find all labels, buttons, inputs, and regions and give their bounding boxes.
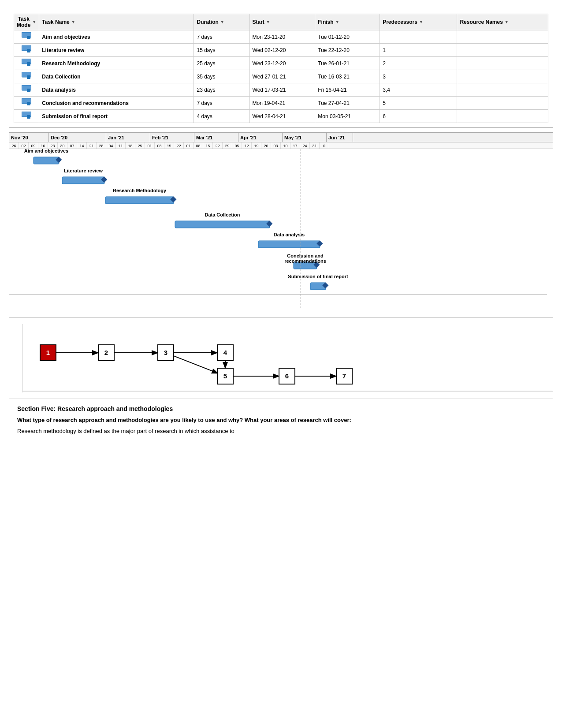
sort-arrow-duration[interactable]: ▼	[220, 20, 224, 24]
predecessors-cell: 1	[380, 44, 457, 57]
svg-rect-3	[27, 49, 30, 52]
timeline-month: Jun '21	[327, 133, 353, 142]
svg-rect-14	[33, 157, 59, 164]
timeline-date: 26	[261, 142, 271, 149]
col-label-duration: Duration	[197, 19, 218, 25]
svg-rect-1	[27, 36, 30, 39]
timeline-date: 29	[223, 142, 232, 149]
col-label-task-name: Task Name	[42, 19, 69, 25]
table-row: Aim and objectives 7 days Mon 23-11-20 T…	[14, 30, 548, 44]
timeline-date: 02	[19, 142, 29, 149]
predecessors-cell: 3	[380, 70, 457, 83]
network-diagram: 1234567	[9, 317, 553, 399]
gantt-svg: Aim and objectivesLiterature reviewResea…	[9, 149, 547, 308]
timeline-date: 15	[203, 142, 213, 149]
start-cell: Mon 23-11-20	[249, 30, 315, 44]
task-mode-icon-cell	[14, 83, 39, 97]
finish-cell: Tue 27-04-21	[315, 97, 380, 110]
timeline-month: May '21	[283, 133, 327, 142]
svg-text:6: 6	[285, 372, 289, 380]
timeline-date: 01	[145, 142, 155, 149]
svg-text:Research Methodology: Research Methodology	[113, 188, 167, 193]
timeline-date: 0	[320, 142, 329, 149]
resource-names-cell	[457, 70, 548, 83]
timeline-date: 25	[135, 142, 145, 149]
svg-text:Data Collection: Data Collection	[205, 212, 240, 217]
duration-cell: 23 days	[194, 83, 249, 97]
timeline-date: 15	[164, 142, 174, 149]
col-label-resource-names: Resource Names	[460, 19, 502, 25]
predecessors-cell: 3,4	[380, 83, 457, 97]
timeline-month: Feb '21	[150, 133, 194, 142]
duration-cell: 15 days	[194, 44, 249, 57]
timeline-date: 01	[184, 142, 194, 149]
svg-rect-5	[27, 62, 30, 66]
timeline-date: 31	[310, 142, 320, 149]
network-node: 2	[98, 345, 114, 361]
col-header-start[interactable]: Start ▼	[249, 14, 315, 30]
resource-names-cell	[457, 30, 548, 44]
col-header-task-mode[interactable]: TaskMode ▼	[14, 14, 39, 30]
duration-cell: 7 days	[194, 30, 249, 44]
start-cell: Wed 17-03-21	[249, 83, 315, 97]
col-header-duration[interactable]: Duration ▼	[194, 14, 249, 30]
network-node: 7	[336, 368, 352, 384]
svg-rect-11	[27, 102, 30, 105]
col-label-predecessors: Predecessors	[383, 19, 417, 25]
task-mode-icon-cell	[14, 30, 39, 44]
svg-text:1: 1	[46, 349, 50, 356]
timeline-date: 08	[194, 142, 203, 149]
finish-cell: Mon 03-05-21	[315, 110, 380, 123]
task-mode-icon-cell	[14, 110, 39, 123]
timeline-date: 24	[300, 142, 310, 149]
start-cell: Mon 19-04-21	[249, 97, 315, 110]
col-header-task-name[interactable]: Task Name ▼	[39, 14, 194, 30]
svg-text:Submission of final report: Submission of final report	[288, 274, 348, 279]
sort-arrow-task-name[interactable]: ▼	[71, 20, 75, 24]
start-cell: Wed 02-12-20	[249, 44, 315, 57]
network-node: 5	[217, 368, 233, 384]
sort-arrow-resource-names[interactable]: ▼	[505, 20, 509, 24]
task-name-cell: Submission of final report	[39, 110, 194, 123]
timeline-date: 30	[58, 142, 67, 149]
col-label-finish: Finish	[318, 19, 333, 25]
table-row: Conclusion and recommendations 7 days Mo…	[14, 97, 548, 110]
timeline-month: Mar '21	[194, 133, 238, 142]
svg-text:4: 4	[223, 349, 227, 356]
start-cell: Wed 28-04-21	[249, 110, 315, 123]
col-header-resource-names[interactable]: Resource Names ▼	[457, 14, 548, 30]
network-node: 4	[217, 345, 233, 361]
timeline-month: Dec '20	[49, 133, 106, 142]
table-row: Submission of final report 4 days Wed 28…	[14, 110, 548, 123]
timeline-date: 09	[29, 142, 38, 149]
svg-line-45	[173, 356, 218, 373]
task-mode-icon-cell	[14, 44, 39, 57]
sort-arrow-finish[interactable]: ▼	[335, 20, 339, 24]
svg-rect-17	[62, 177, 104, 184]
timeline-date: 23	[48, 142, 58, 149]
sort-arrow-task-mode[interactable]: ▼	[32, 20, 36, 24]
finish-cell: Tue 01-12-20	[315, 30, 380, 44]
finish-cell: Fri 16-04-21	[315, 83, 380, 97]
sort-arrow-predecessors[interactable]: ▼	[419, 20, 423, 24]
resource-names-cell	[457, 83, 548, 97]
predecessors-cell: 6	[380, 110, 457, 123]
svg-text:2: 2	[104, 349, 108, 356]
timeline-date: 12	[242, 142, 252, 149]
svg-text:Conclusion and: Conclusion and	[287, 253, 324, 258]
timeline-date: 19	[252, 142, 261, 149]
col-header-finish[interactable]: Finish ▼	[315, 14, 380, 30]
timeline-date: 03	[271, 142, 281, 149]
col-header-predecessors[interactable]: Predecessors ▼	[380, 14, 457, 30]
task-name-cell: Literature review	[39, 44, 194, 57]
duration-cell: 35 days	[194, 70, 249, 83]
timeline-months: Nov '20Dec '20Jan '21Feb '21Mar '21Apr '…	[9, 133, 553, 142]
svg-rect-9	[27, 89, 30, 92]
svg-text:Literature review: Literature review	[64, 168, 103, 173]
network-node: 6	[279, 368, 295, 384]
main-container: TaskMode ▼ Task Name ▼ Duration ▼	[9, 9, 553, 128]
timeline-month: Apr '21	[238, 133, 283, 142]
sort-arrow-start[interactable]: ▼	[266, 20, 270, 24]
table-row: Data Collection 35 days Wed 27-01-21 Tue…	[14, 70, 548, 83]
timeline-date: 28	[97, 142, 106, 149]
